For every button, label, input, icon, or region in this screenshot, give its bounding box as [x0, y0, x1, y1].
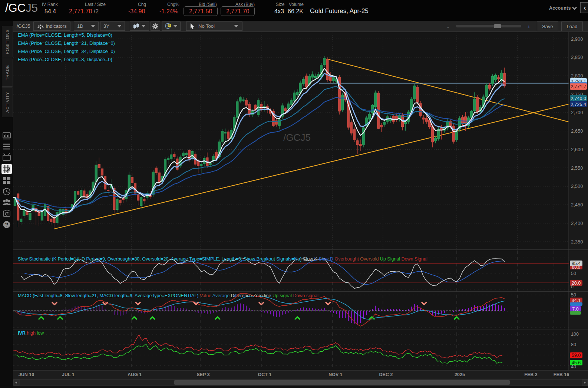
svg-text:?: ? [5, 222, 9, 228]
svg-text:2,450: 2,450 [571, 202, 583, 208]
svg-text:MACD (Fast length=8, Slow leng: MACD (Fast length=8, Slow length=21, MAC… [18, 293, 318, 298]
svg-text:2,650: 2,650 [571, 128, 583, 134]
svg-text:JUN 10: JUN 10 [19, 372, 34, 377]
svg-text:100: 100 [571, 332, 579, 337]
svg-text:FEB 16: FEB 16 [554, 372, 569, 377]
svg-text:50: 50 [571, 292, 576, 298]
svg-text:/GCJ5: /GCJ5 [283, 132, 311, 143]
svg-text:2,550: 2,550 [571, 165, 583, 171]
svg-text:7.0: 7.0 [572, 306, 578, 312]
svg-text:2,600: 2,600 [571, 147, 583, 152]
svg-text:34.1: 34.1 [572, 298, 581, 303]
svg-text:2,350: 2,350 [571, 239, 583, 245]
svg-text:EMA (Price=CLOSE, Length=21, D: EMA (Price=CLOSE, Length=21, Displace=0) [18, 40, 115, 46]
svg-text:DEC 2: DEC 2 [379, 372, 393, 377]
svg-text:SEP 3: SEP 3 [196, 372, 209, 377]
svg-text:AUG 1: AUG 1 [128, 372, 142, 377]
svg-text:FEB 2: FEB 2 [524, 372, 537, 377]
svg-text:2,800: 2,800 [571, 73, 583, 79]
svg-text:2,700: 2,700 [571, 110, 583, 115]
svg-text:Slow Stochastic (K Period=14,: Slow Stochastic (K Period=14, D Period=9… [18, 256, 427, 262]
svg-text:50: 50 [571, 271, 576, 276]
svg-text:OCT 1: OCT 1 [258, 372, 272, 377]
svg-text:EMA (Price=CLOSE, Length=8, Di: EMA (Price=CLOSE, Length=8, Displace=0) [18, 57, 112, 62]
svg-text:2,850: 2,850 [571, 54, 583, 60]
svg-text:JUL 1: JUL 1 [62, 372, 75, 377]
svg-text:2,400: 2,400 [571, 220, 583, 226]
svg-text:2,771.7: 2,771.7 [571, 84, 586, 89]
svg-text:EMA (Price=CLOSE, Length=5, Di: EMA (Price=CLOSE, Length=5, Displace=0) [18, 32, 112, 38]
svg-text:IVR high low: IVR high low [18, 331, 44, 336]
svg-text:NOV 1: NOV 1 [328, 372, 343, 377]
svg-text:40: 40 [571, 364, 576, 369]
svg-text:0: 0 [571, 284, 574, 289]
svg-text:EMA (Price=CLOSE, Length=34, D: EMA (Price=CLOSE, Length=34, Displace=0) [18, 49, 115, 54]
svg-text:2,900: 2,900 [571, 36, 583, 42]
svg-text:59.0: 59.0 [572, 353, 581, 358]
svg-text:80: 80 [571, 342, 576, 347]
svg-text:2,725.4: 2,725.4 [571, 102, 586, 107]
svg-text:2025: 2025 [455, 372, 465, 377]
svg-text:2,740.0: 2,740.0 [571, 96, 586, 101]
svg-text:2,500: 2,500 [571, 183, 583, 189]
svg-text:85.4: 85.4 [572, 261, 581, 266]
